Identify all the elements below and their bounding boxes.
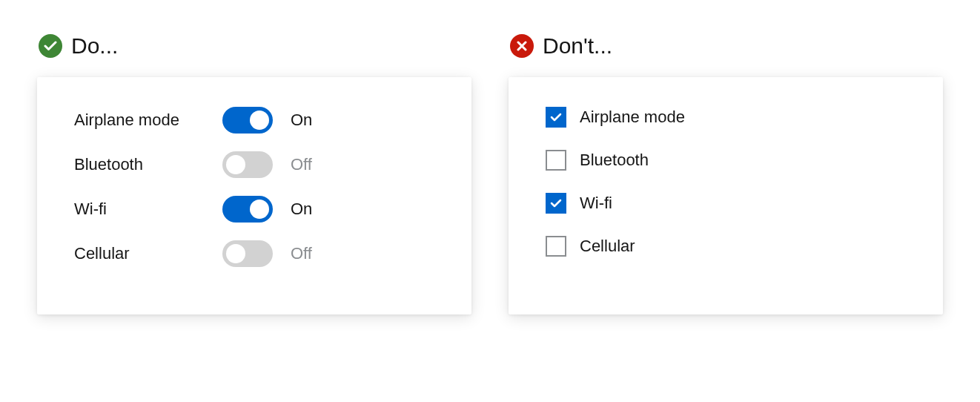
toggle-row-cellular: Cellular Off (74, 240, 434, 267)
checkbox-wifi[interactable] (546, 193, 566, 214)
checkbox-row-bluetooth[interactable]: Bluetooth (546, 150, 906, 171)
checkbox-airplane[interactable] (546, 107, 566, 128)
checkbox-label: Bluetooth (580, 151, 649, 170)
checkbox-cellular[interactable] (546, 236, 566, 257)
checkbox-label: Wi-fi (580, 194, 612, 213)
toggle-switch-airplane[interactable] (222, 107, 273, 134)
toggle-row-wifi: Wi-fi On (74, 196, 434, 223)
toggle-state-label: On (291, 111, 312, 130)
toggle-switch-cellular[interactable] (222, 240, 273, 267)
dont-column: Don't... Airplane mode Bluetooth (509, 33, 943, 314)
toggle-thumb (250, 111, 269, 130)
toggle-label: Wi-fi (74, 200, 222, 219)
toggle-row-airplane: Airplane mode On (74, 107, 434, 134)
toggle-thumb (226, 155, 245, 174)
toggle-row-bluetooth: Bluetooth Off (74, 151, 434, 178)
times-circle-icon (510, 34, 534, 58)
checkbox-row-cellular[interactable]: Cellular (546, 236, 906, 257)
toggle-switch-wifi[interactable] (222, 196, 273, 223)
checkbox-row-wifi[interactable]: Wi-fi (546, 193, 906, 214)
toggle-state-label: On (291, 200, 312, 219)
do-column: Do... Airplane mode On Bluetooth Off Wi-… (37, 33, 471, 314)
toggle-thumb (226, 244, 245, 263)
toggle-switch-bluetooth[interactable] (222, 151, 273, 178)
dont-title: Don't... (543, 33, 612, 59)
do-card: Airplane mode On Bluetooth Off Wi-fi On (37, 77, 471, 314)
checkbox-bluetooth[interactable] (546, 150, 566, 171)
dont-header: Don't... (509, 33, 943, 59)
checkbox-label: Airplane mode (580, 108, 685, 127)
checkbox-row-airplane[interactable]: Airplane mode (546, 107, 906, 128)
toggle-state-label: Off (291, 244, 312, 263)
toggle-state-label: Off (291, 155, 312, 174)
dont-card: Airplane mode Bluetooth Wi-fi Cellular (509, 77, 943, 314)
do-header: Do... (37, 33, 471, 59)
toggle-label: Airplane mode (74, 111, 222, 130)
check-circle-icon (39, 34, 62, 58)
toggle-label: Bluetooth (74, 155, 222, 174)
checkbox-label: Cellular (580, 237, 635, 256)
toggle-thumb (250, 200, 269, 219)
toggle-label: Cellular (74, 244, 222, 263)
do-title: Do... (71, 33, 118, 59)
